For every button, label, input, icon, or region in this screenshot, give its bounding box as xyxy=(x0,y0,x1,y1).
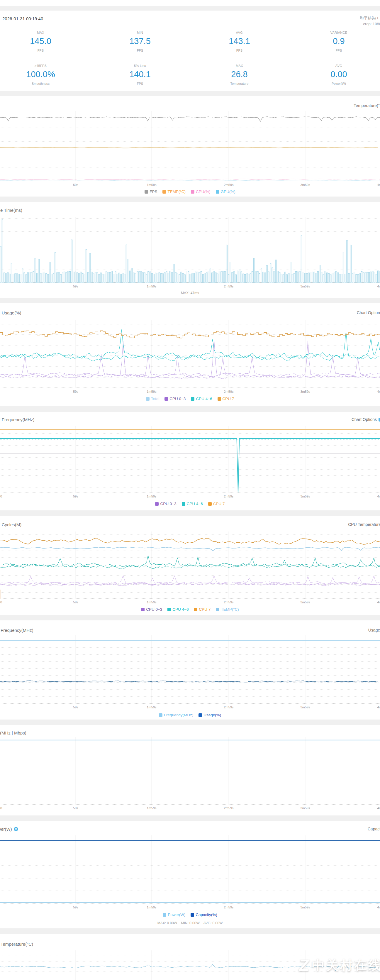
legend-item-cpu-4-6[interactable]: CPU 4~6 xyxy=(191,396,212,401)
legend-item-frequency-mhz-[interactable]: Frequency(MHz) xyxy=(159,713,194,717)
legend-swatch xyxy=(163,913,166,916)
legend-label: CPU 7 xyxy=(213,501,225,506)
legend-item-gpu-[interactable]: GPU(%) xyxy=(216,189,235,194)
power-info-icon[interactable] xyxy=(14,827,18,831)
x-tick-label: 2m59s xyxy=(224,183,234,186)
x-tick-label: 4m59s xyxy=(377,390,380,393)
stat-smoothness: ≥45FPS 100.0% Smoothness xyxy=(0,64,90,85)
legend-swatch xyxy=(155,502,159,506)
chart7-title: (MHz | Mbps) xyxy=(0,730,26,735)
legend-label: CPU 7 xyxy=(223,396,234,401)
x-axis-ticks: 59s1m59s2m59s3m59s4m59s xyxy=(0,285,380,289)
x-tick-label: 2m59s xyxy=(224,600,234,604)
legend-label: CPU 7 xyxy=(199,607,210,612)
chart4-title: CPU Frequency(MHz) xyxy=(0,417,35,422)
stats-row-2: ≥45FPS 100.0% Smoothness 5% Low 140.1 FP… xyxy=(0,64,380,85)
x-tick-label: 1m59s xyxy=(146,495,156,498)
x-tick-label: 1m59s xyxy=(146,390,156,393)
chart3-title: CPU Usage(%) xyxy=(0,310,21,315)
x-axis-ticks: 059s1m59s2m59s3m59s4m59s xyxy=(0,495,380,499)
legend-item-cpu-[interactable]: CPU(%) xyxy=(191,189,210,194)
legend-item-usage-[interactable]: Usage(%) xyxy=(199,713,221,717)
x-tick-label: 3m59s xyxy=(300,905,310,909)
x-tick-label: 1m59s xyxy=(146,905,156,909)
stat-unit: FPS xyxy=(90,82,190,85)
chart6-title: Frequency(MHz) xyxy=(1,628,33,633)
legend-swatch xyxy=(191,913,194,916)
divider xyxy=(0,615,380,620)
stat-label: AVG xyxy=(289,64,380,67)
network-chart xyxy=(0,737,380,805)
x-tick-label: 4m59s xyxy=(377,285,380,288)
legend-label: GPU(%) xyxy=(221,189,235,194)
stat-avg-power: AVG 0.00 Power(W) xyxy=(289,64,380,85)
legend-swatch xyxy=(218,397,221,401)
watermark-text: 中关村在线 xyxy=(312,957,380,974)
legend-item-power-w-[interactable]: Power(W) xyxy=(163,913,185,917)
chart5-right-title: CPU Temperature(°C) xyxy=(348,522,380,527)
stat-unit: Power(W) xyxy=(289,82,380,85)
divider xyxy=(0,197,380,202)
perf-report-page: 2026-01-31 00:19:40 和平精英(1.3 crop: 1080 … xyxy=(0,0,380,980)
x-tick-label: 59s xyxy=(73,390,78,393)
legend-label: CPU(%) xyxy=(196,189,210,194)
x-tick-label: 4m59s xyxy=(377,705,380,709)
legend-item-fps[interactable]: FPS xyxy=(145,189,157,194)
legend-label: CPU 0~3 xyxy=(170,396,186,401)
stat-value: 137.5 xyxy=(90,37,190,46)
power-label: Power(W) xyxy=(0,827,12,832)
legend-item-total[interactable]: Total xyxy=(146,396,159,401)
legend-label: TEMP(°C) xyxy=(167,189,186,194)
legend-item-cpu-7[interactable]: CPU 7 xyxy=(208,501,225,506)
x-tick-label: 3m59s xyxy=(300,285,310,288)
legend-item-temp-c-[interactable]: TEMP(°C) xyxy=(162,189,186,194)
legend-swatch xyxy=(159,713,162,717)
x-tick-label: 1m59s xyxy=(146,807,156,810)
stat-5pct-low: 5% Low 140.1 FPS xyxy=(90,64,190,85)
legend-label: CPU 0~3 xyxy=(146,607,162,612)
crop-info-label: crop: 1080 xyxy=(363,22,380,26)
legend-item-cpu-0-3[interactable]: CPU 0~3 xyxy=(141,607,162,612)
x-tick-label: 59s xyxy=(73,807,78,810)
legend-swatch xyxy=(146,397,149,401)
stat-unit: FPS xyxy=(90,49,190,52)
legend-swatch xyxy=(164,397,168,401)
chart-options-icon[interactable] xyxy=(378,418,380,422)
chart-options-label[interactable]: Chart Options xyxy=(357,310,380,315)
chart3-options[interactable]: Chart Options xyxy=(357,310,380,315)
legend-item-temp-c-[interactable]: TEMP(°C) xyxy=(216,607,239,612)
legend-label: CPU 4~6 xyxy=(172,607,189,612)
x-tick-label: 59s xyxy=(73,705,78,709)
legend-item-cpu-0-3[interactable]: CPU 0~3 xyxy=(164,396,186,401)
zol-logo-icon: Z xyxy=(298,957,310,974)
legend-swatch xyxy=(141,608,145,611)
chart1-right-title: Temperature(°C) xyxy=(354,103,380,108)
report-date: 2026-01-31 00:19:40 xyxy=(2,16,43,21)
legend-item-capacity-[interactable]: Capacity(%) xyxy=(191,913,217,917)
chart-options-label[interactable]: Chart Options xyxy=(351,417,377,422)
chart8-right-title: Capacity(%) xyxy=(368,827,380,831)
stat-label: ≥45FPS xyxy=(0,64,90,67)
legend-item-cpu-4-6[interactable]: CPU 4~6 xyxy=(182,501,203,506)
legend-item-cpu-4-6[interactable]: CPU 4~6 xyxy=(167,607,189,612)
stats-row-1: MAX 145.0 FPS MIN 137.5 FPS AVG 143.1 FP… xyxy=(0,31,380,52)
x-tick-label: 0 xyxy=(0,807,2,810)
x-tick-label: 3m59s xyxy=(300,390,310,393)
x-tick-label: 2m59s xyxy=(224,390,234,393)
gpu-chart xyxy=(0,635,380,704)
chart8-title: Power(W) xyxy=(0,827,18,832)
chart9-title: Temperature(°C) xyxy=(1,942,33,947)
legend-item-cpu-7[interactable]: CPU 7 xyxy=(218,396,234,401)
watermark: Z 中关村在线 xyxy=(299,957,380,974)
x-axis-ticks: 059s1m59s2m59s3m59s4m59s xyxy=(0,600,380,605)
legend-swatch xyxy=(191,397,194,401)
x-tick-label: 59s xyxy=(73,600,78,604)
legend-item-cpu-7[interactable]: CPU 7 xyxy=(194,607,210,612)
cpu-cycles-chart xyxy=(0,531,380,599)
chart3-legend: TotalCPU 0~3CPU 4~6CPU 7 xyxy=(0,396,380,401)
chart1-legend: FPSTEMP(°C)CPU(%)GPU(%) xyxy=(0,189,380,194)
power-stats-caption: MAX: 0.00W MIN: 0.00W AVG: 0.00W xyxy=(0,921,380,925)
legend-item-cpu-0-3[interactable]: CPU 0~3 xyxy=(155,501,176,506)
chart8-legend: Power(W)Capacity(%) xyxy=(0,913,380,917)
chart4-options[interactable]: Chart Options xyxy=(351,417,380,422)
